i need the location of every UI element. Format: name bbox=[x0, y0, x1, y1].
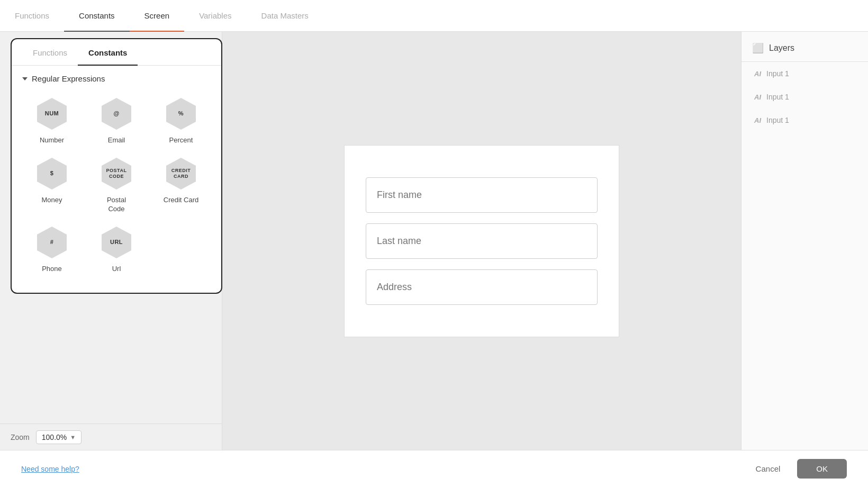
layer-name-2: Input 1 bbox=[766, 93, 789, 101]
chevron-down-icon[interactable] bbox=[22, 77, 28, 80]
tab-constants[interactable]: Constants bbox=[64, 1, 130, 32]
constant-postal-code[interactable]: POSTALCODE PostalCode bbox=[87, 156, 146, 214]
last-name-input[interactable] bbox=[366, 223, 598, 259]
constant-email-label: Email bbox=[108, 136, 125, 145]
constant-credit-card-label: Credit Card bbox=[164, 196, 198, 205]
tab-data-masters[interactable]: Data Masters bbox=[247, 1, 323, 32]
main-area: Functions Constants Regular Expressions … bbox=[0, 32, 868, 450]
ai-icon-1: AI bbox=[754, 70, 761, 78]
top-nav: Functions Constants Screen Variables Dat… bbox=[0, 0, 868, 32]
help-link[interactable]: Need some help? bbox=[21, 465, 79, 473]
zoom-label: Zoom bbox=[11, 433, 30, 441]
hex-postal-code: POSTALCODE bbox=[98, 156, 134, 192]
layer-item-1[interactable]: AI Input 1 bbox=[742, 62, 868, 85]
tab-functions[interactable]: Functions bbox=[0, 1, 64, 32]
modal-card: Functions Constants Regular Expressions … bbox=[11, 38, 222, 294]
section-title: Regular Expressions bbox=[32, 74, 105, 83]
constant-postal-code-label: PostalCode bbox=[107, 196, 126, 214]
modal-tabs: Functions Constants bbox=[12, 39, 221, 66]
layers-title: Layers bbox=[769, 43, 794, 53]
constant-url-label: Url bbox=[112, 265, 121, 274]
constant-number[interactable]: NUM Number bbox=[22, 96, 82, 145]
constant-money-label: Money bbox=[41, 196, 62, 205]
layer-item-3[interactable]: AI Input 1 bbox=[742, 109, 868, 132]
ai-icon-3: AI bbox=[754, 116, 761, 124]
zoom-chevron-icon: ▼ bbox=[70, 434, 76, 440]
layers-header: ⬜ Layers bbox=[742, 32, 868, 62]
layer-item-2[interactable]: AI Input 1 bbox=[742, 85, 868, 109]
zoom-bar: Zoom 100.0% ▼ bbox=[0, 423, 222, 450]
section-header-regex: Regular Expressions bbox=[12, 66, 221, 87]
zoom-select[interactable]: 100.0% ▼ bbox=[36, 430, 82, 444]
canvas-area bbox=[222, 32, 741, 450]
hex-email: @ bbox=[98, 96, 134, 132]
ok-button[interactable]: OK bbox=[797, 459, 847, 479]
ai-icon-2: AI bbox=[754, 93, 761, 101]
bottom-bar: Need some help? Cancel OK bbox=[0, 450, 868, 487]
first-name-input[interactable] bbox=[366, 177, 598, 213]
tab-variables[interactable]: Variables bbox=[184, 1, 246, 32]
layer-name-3: Input 1 bbox=[766, 116, 789, 124]
hex-credit-card: CREDITCARD bbox=[163, 156, 199, 192]
constant-phone-label: Phone bbox=[42, 265, 62, 274]
hex-number: NUM bbox=[34, 96, 70, 132]
hex-phone: # bbox=[34, 224, 70, 260]
tab-screen[interactable]: Screen bbox=[130, 1, 185, 32]
constant-credit-card[interactable]: CREDITCARD Credit Card bbox=[151, 156, 211, 214]
canvas-content bbox=[344, 145, 619, 337]
address-input[interactable] bbox=[366, 269, 598, 305]
constant-percent-label: Percent bbox=[169, 136, 193, 145]
constant-percent[interactable]: % Percent bbox=[151, 96, 211, 145]
modal-tab-functions[interactable]: Functions bbox=[22, 40, 78, 66]
constant-email[interactable]: @ Email bbox=[87, 96, 146, 145]
monitor-icon: ⬜ bbox=[752, 42, 764, 54]
left-panel: Functions Constants Regular Expressions … bbox=[0, 32, 222, 450]
right-panel: ⬜ Layers AI Input 1 AI Input 1 AI Input … bbox=[741, 32, 868, 450]
hex-url: URL bbox=[98, 224, 134, 260]
constants-grid: NUM Number @ Email % bbox=[12, 87, 221, 282]
modal-tab-constants[interactable]: Constants bbox=[78, 40, 138, 66]
hex-percent: % bbox=[163, 96, 199, 132]
constant-phone[interactable]: # Phone bbox=[22, 224, 82, 274]
constant-number-label: Number bbox=[40, 136, 64, 145]
hex-money: $ bbox=[34, 156, 70, 192]
layer-name-1: Input 1 bbox=[766, 69, 789, 78]
bottom-actions: Cancel OK bbox=[747, 459, 847, 479]
zoom-value: 100.0% bbox=[42, 433, 67, 441]
cancel-button[interactable]: Cancel bbox=[747, 460, 789, 477]
constant-url[interactable]: URL Url bbox=[87, 224, 146, 274]
constant-money[interactable]: $ Money bbox=[22, 156, 82, 214]
